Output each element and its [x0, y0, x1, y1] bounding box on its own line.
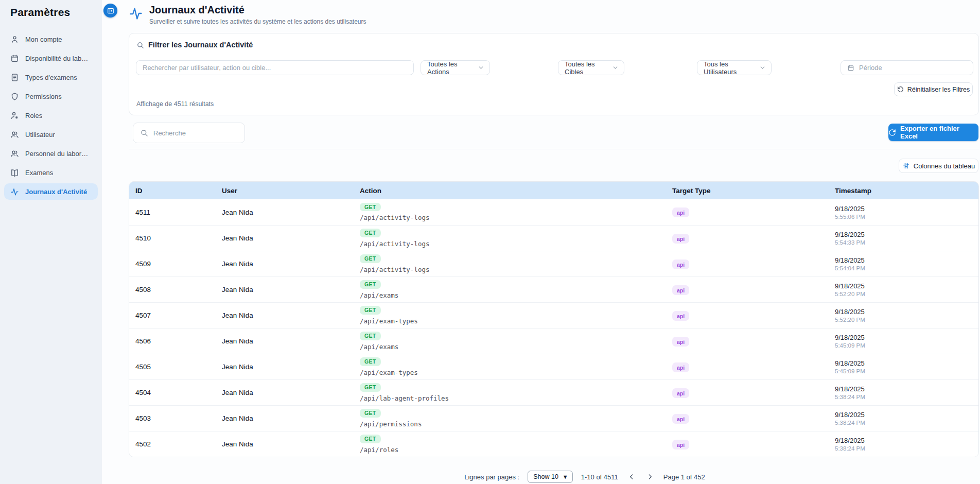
target-type-badge: api [672, 285, 689, 295]
search-icon [140, 129, 148, 137]
page-title: Journaux d'Activité [149, 4, 366, 16]
sidebar-item-shield-3[interactable]: Permissions [4, 88, 98, 105]
chevron-down-icon [759, 64, 766, 71]
method-badge: GET [360, 409, 381, 418]
method-badge: GET [360, 306, 381, 315]
timestamp-date: 9/18/2025 [835, 282, 978, 290]
reset-icon [897, 86, 904, 93]
activity-icon [129, 6, 143, 22]
sidebar-title: Paramètres [0, 0, 102, 19]
cell-id: 4511 [129, 209, 216, 216]
sidebar-nav: Mon compte Disponibilité du laborat... T… [0, 31, 102, 200]
cell-timestamp: 9/18/2025 5:52:20 PM [829, 282, 978, 297]
method-badge: GET [360, 229, 381, 237]
table-row[interactable]: 4502 Jean Nida GET /api/roles api 9/18/2… [129, 431, 978, 457]
cell-user: Jean Nida [216, 312, 354, 319]
search-icon [136, 41, 144, 49]
table-row[interactable]: 4503 Jean Nida GET /api/permissions api … [129, 405, 978, 431]
action-path: /api/exam-types [360, 317, 418, 325]
timestamp-date: 9/18/2025 [835, 205, 978, 213]
sidebar-item-label: Utilisateur [25, 131, 55, 139]
sidebar-item-book-7[interactable]: Examens [4, 164, 98, 181]
method-badge: GET [360, 254, 381, 263]
quick-search-input[interactable] [153, 129, 244, 137]
cell-action: GET /api/activity-logs [354, 203, 666, 222]
table-row[interactable]: 4508 Jean Nida GET /api/exams api 9/18/2… [129, 276, 978, 302]
cell-user: Jean Nida [216, 234, 354, 242]
next-page-button[interactable] [645, 472, 655, 482]
table-row[interactable]: 4504 Jean Nida GET /api/lab-agent-profil… [129, 379, 978, 405]
activity-icon [10, 187, 19, 196]
table-columns-button[interactable]: Colonnes du tableau [899, 159, 978, 173]
page-size-select[interactable]: Show 10 ▼ [528, 471, 573, 483]
cell-action: GET /api/activity-logs [354, 254, 666, 273]
cell-action: GET /api/exams [354, 280, 666, 299]
previous-page-button[interactable] [626, 472, 637, 482]
table-row[interactable]: 4510 Jean Nida GET /api/activity-logs ap… [129, 225, 978, 251]
sidebar-item-label: Journaux d'Activité [25, 188, 87, 196]
cell-user: Jean Nida [216, 414, 354, 422]
rows-per-page-label: Lignes par pages : [464, 473, 519, 481]
table-row[interactable]: 4506 Jean Nida GET /api/exams api 9/18/2… [129, 328, 978, 354]
cell-target-type: api [666, 337, 829, 345]
settings-sidebar: Paramètres Mon compte Disponibilité du l… [0, 0, 102, 484]
action-path: /api/permissions [360, 420, 422, 428]
chevron-down-icon [478, 64, 484, 71]
cell-id: 4502 [129, 440, 216, 448]
cell-id: 4504 [129, 389, 216, 396]
sidebar-item-label: Personnel du laboratoire [25, 150, 92, 158]
cell-id: 4503 [129, 414, 216, 422]
table-row[interactable]: 4511 Jean Nida GET /api/activity-logs ap… [129, 199, 978, 225]
users-filter-select[interactable]: Tous les Utilisateurs [697, 60, 772, 75]
sidebar-item-users-5[interactable]: Utilisateur [4, 126, 98, 143]
actions-filter-select[interactable]: Toutes les Actions [421, 60, 490, 75]
method-badge: GET [360, 280, 381, 289]
targets-filter-select[interactable]: Toutes les Cibles [558, 60, 624, 75]
cell-timestamp: 9/18/2025 5:38:24 PM [829, 411, 978, 426]
cell-user: Jean Nida [216, 389, 354, 396]
user-gear-icon [10, 111, 19, 120]
action-path: /api/exam-types [360, 369, 418, 376]
target-type-badge: api [672, 388, 689, 398]
sidebar-collapse-button[interactable] [103, 4, 117, 18]
column-header-action: Action [354, 187, 666, 195]
table-row[interactable]: 4505 Jean Nida GET /api/exam-types api 9… [129, 354, 978, 379]
cell-action: GET /api/permissions [354, 409, 666, 428]
timestamp-time: 5:38:24 PM [835, 420, 978, 426]
cell-timestamp: 9/18/2025 5:54:33 PM [829, 231, 978, 246]
sidebar-item-calendar-1[interactable]: Disponibilité du laborat... [4, 50, 98, 66]
activity-logs-table: ID User Action Target Type Timestamp 451… [129, 181, 979, 457]
cell-action: GET /api/exam-types [354, 306, 666, 325]
sidebar-item-user-0[interactable]: Mon compte [4, 31, 98, 47]
sidebar-item-label: Types d'examens [25, 74, 77, 81]
timestamp-time: 5:45:09 PM [835, 342, 978, 349]
document-icon [10, 73, 19, 82]
chevron-right-icon [646, 473, 654, 480]
export-excel-button[interactable]: Exporter en fichier Excel [888, 124, 978, 141]
cell-target-type: api [666, 414, 829, 422]
table-row[interactable]: 4509 Jean Nida GET /api/activity-logs ap… [129, 251, 978, 276]
cell-id: 4507 [129, 312, 216, 319]
user-icon [10, 35, 19, 44]
cell-target-type: api [666, 389, 829, 396]
cell-action: GET /api/activity-logs [354, 229, 666, 248]
cell-timestamp: 9/18/2025 5:38:24 PM [829, 385, 978, 400]
period-date-input[interactable]: Période [841, 60, 973, 75]
timestamp-date: 9/18/2025 [835, 385, 978, 393]
sidebar-item-activity-8[interactable]: Journaux d'Activité [4, 183, 98, 200]
panel-collapse-icon [107, 7, 114, 14]
cell-target-type: api [666, 363, 829, 371]
reset-filters-button[interactable]: Réinitialiser les Filtres [894, 82, 973, 96]
sidebar-item-user-gear-4[interactable]: Roles [4, 107, 98, 124]
cell-target-type: api [666, 440, 829, 448]
filter-search-input[interactable] [136, 60, 414, 75]
quick-search-field[interactable] [133, 123, 245, 143]
table-row[interactable]: 4507 Jean Nida GET /api/exam-types api 9… [129, 302, 978, 328]
sidebar-item-users-6[interactable]: Personnel du laboratoire [4, 145, 98, 162]
timestamp-time: 5:55:06 PM [835, 214, 978, 220]
table-body: 4511 Jean Nida GET /api/activity-logs ap… [129, 199, 978, 457]
timestamp-date: 9/18/2025 [835, 437, 978, 444]
sidebar-item-document-2[interactable]: Types d'examens [4, 69, 98, 85]
cell-action: GET /api/lab-agent-profiles [354, 383, 666, 402]
users-icon [10, 130, 19, 139]
